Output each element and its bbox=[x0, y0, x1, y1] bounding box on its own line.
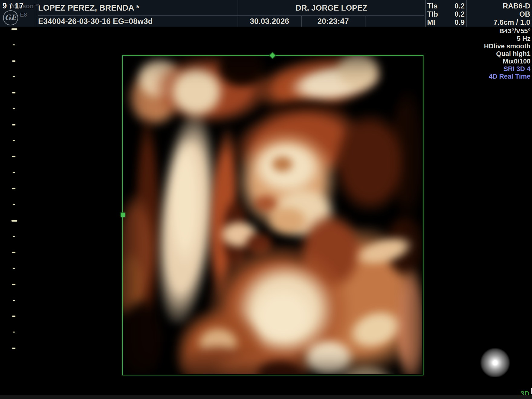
ruler-tick bbox=[12, 316, 15, 317]
ruler-tick bbox=[12, 284, 15, 285]
bottom-strip bbox=[0, 395, 532, 399]
roi-side-handle[interactable] bbox=[121, 212, 125, 217]
param-framerate: 5 Hz bbox=[484, 35, 530, 42]
mi-value: 0.9 bbox=[455, 18, 465, 27]
ruler-tick bbox=[13, 140, 15, 141]
header-divider bbox=[365, 16, 365, 27]
trackball-indicator bbox=[480, 347, 510, 377]
depth-ruler bbox=[0, 0, 24, 399]
exam-date: 30.03.2026 bbox=[238, 17, 301, 26]
ruler-tick bbox=[12, 124, 15, 125]
tib-label: TIb bbox=[427, 10, 438, 18]
param-mix: Mix0/100 bbox=[484, 57, 530, 65]
ge-logo-icon: GE bbox=[3, 10, 18, 25]
ruler-tick bbox=[13, 108, 15, 109]
ruler-tick bbox=[12, 156, 15, 157]
ruler-tick bbox=[12, 252, 15, 253]
probe-preset: OB bbox=[468, 10, 530, 18]
parameter-column: B43°/V55° 5 Hz HDlive smooth Qual high1 … bbox=[484, 27, 530, 80]
probe-depth-gain: 7.6cm / 1.0 bbox=[468, 18, 530, 27]
param-render-mode: HDlive smooth bbox=[484, 42, 530, 50]
tib-value: 0.2 bbox=[455, 10, 465, 18]
ruler-tick bbox=[13, 76, 15, 77]
safety-row-mi: MI 0.9 bbox=[427, 18, 465, 27]
mi-label: MI bbox=[427, 18, 435, 27]
ruler-tick bbox=[13, 172, 15, 173]
ultrasound-screen: { "branding": { "frame_counter": "9 / 17… bbox=[0, 0, 532, 399]
param-quality: Qual high1 bbox=[484, 50, 530, 57]
roi-box[interactable] bbox=[122, 55, 423, 375]
ruler-tick bbox=[12, 348, 15, 349]
safety-row-tib: TIb 0.2 bbox=[427, 10, 465, 18]
header-divider bbox=[238, 0, 238, 27]
patient-name: LOPEZ PEREZ, BRENDA * bbox=[38, 3, 139, 13]
edge-tick bbox=[531, 388, 532, 394]
header-row-divider bbox=[38, 15, 424, 16]
physician-name: DR. JORGE LOPEZ bbox=[238, 3, 425, 13]
ruler-tick bbox=[12, 60, 15, 62]
ruler-tick bbox=[13, 236, 15, 237]
ruler-tick bbox=[12, 188, 15, 189]
header-bar: Voluson™ 9 / 17 GE E8 LOPEZ PEREZ, BREND… bbox=[0, 0, 532, 27]
tis-label: TIs bbox=[427, 2, 438, 10]
ruler-tick bbox=[11, 220, 17, 222]
patient-id: E34004-26-03-30-16 EG=08w3d bbox=[38, 17, 153, 26]
ruler-tick bbox=[12, 92, 15, 93]
safety-row-tis: TIs 0.2 bbox=[427, 2, 465, 10]
header-divider bbox=[301, 16, 302, 27]
header-divider bbox=[466, 0, 467, 27]
frame-counter: 9 / 17 bbox=[2, 1, 24, 11]
ruler-tick bbox=[13, 268, 15, 269]
ruler-tick bbox=[13, 332, 15, 332]
ruler-tick bbox=[11, 28, 17, 30]
probe-name: RAB6-D bbox=[468, 2, 530, 10]
param-4d-realtime: 4D Real Time bbox=[484, 73, 530, 80]
ruler-tick bbox=[13, 300, 15, 301]
param-sri: SRI 3D 4 bbox=[484, 65, 530, 73]
header-divider bbox=[425, 0, 426, 27]
ruler-tick bbox=[13, 204, 15, 205]
exam-time: 20:23:47 bbox=[301, 17, 365, 26]
tis-value: 0.2 bbox=[455, 2, 465, 10]
param-angle: B43°/V55° bbox=[484, 27, 530, 35]
ruler-tick bbox=[13, 44, 15, 45]
